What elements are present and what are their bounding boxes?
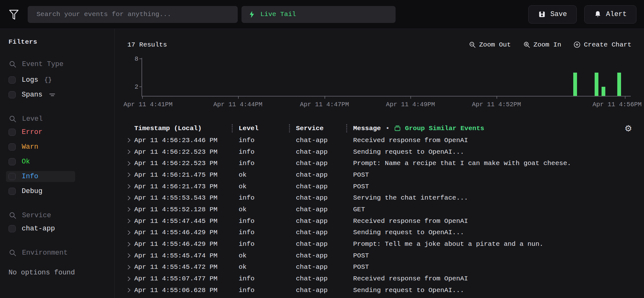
environment-filter-search[interactable]: Environment (8, 249, 108, 257)
log-row[interactable]: Apr 11 4:55:47.445 PM info chat-app Rece… (115, 215, 644, 227)
expand-chevron-icon[interactable] (115, 252, 134, 259)
log-row[interactable]: Apr 11 4:56:23.446 PM info chat-app Rece… (115, 135, 644, 146)
level-placeholder: Level (22, 115, 43, 123)
chart-bar[interactable] (595, 73, 598, 96)
log-row[interactable]: Apr 11 4:55:46.429 PM info chat-app Send… (115, 227, 644, 239)
checkbox[interactable] (8, 143, 16, 151)
search-input[interactable] (36, 10, 230, 18)
log-row[interactable]: Apr 11 4:56:22.523 PM info chat-app Prom… (115, 157, 644, 169)
expand-chevron-icon[interactable] (115, 218, 134, 224)
log-row[interactable]: Apr 11 4:55:06.628 PM info chat-app Send… (115, 284, 644, 296)
filter-option-label: chat-app (22, 225, 55, 233)
search-bar[interactable] (28, 6, 238, 23)
table-settings-button[interactable]: ⚙ (624, 124, 644, 133)
log-row[interactable]: Apr 11 4:55:07.477 PM info chat-app Rece… (115, 273, 644, 284)
service-filter-search[interactable]: Service (8, 211, 108, 219)
log-row[interactable]: Apr 11 4:55:46.429 PM info chat-app Prom… (115, 238, 644, 250)
x-axis-tick-label: Apr 11 4:49PM (386, 101, 435, 108)
expand-chevron-icon[interactable] (115, 264, 134, 271)
filter-option-row[interactable]: Debug (6, 186, 75, 197)
level-filter-search[interactable]: Level (8, 115, 108, 123)
chart-bar[interactable] (573, 73, 577, 96)
expand-chevron-icon[interactable] (115, 287, 134, 294)
checkbox[interactable] (8, 188, 16, 195)
log-message: Serving the chat interface... (346, 194, 624, 201)
zoom-out-icon (469, 41, 476, 48)
column-header-service[interactable]: Service (289, 122, 346, 135)
expand-chevron-icon[interactable] (115, 229, 134, 236)
log-row[interactable]: Apr 11 4:56:22.523 PM info chat-app Send… (115, 146, 644, 158)
spans-lines-icon (48, 91, 56, 99)
column-header-timestamp[interactable]: Timestamp (Local) (134, 122, 232, 135)
log-row[interactable]: Apr 11 4:55:52.128 PM ok chat-app GET (115, 204, 644, 215)
expand-chevron-icon[interactable] (115, 160, 134, 167)
create-chart-label: Create Chart (584, 41, 631, 48)
log-row[interactable]: Apr 11 4:55:53.543 PM info chat-app Serv… (115, 192, 644, 204)
event-type-placeholder: Event Type (22, 60, 64, 68)
search-icon (8, 211, 17, 219)
filter-option-label: Debug (22, 187, 42, 195)
filter-option-spans[interactable]: Spans (6, 89, 75, 100)
zoom-out-button[interactable]: Zoom Out (469, 41, 511, 48)
expand-chevron-icon[interactable] (115, 148, 134, 155)
log-message: POST (346, 263, 624, 271)
checkbox[interactable] (8, 225, 16, 232)
log-row[interactable]: Apr 11 4:55:45.474 PM ok chat-app POST (115, 250, 644, 262)
alert-button[interactable]: Alert (584, 5, 636, 24)
expand-chevron-icon[interactable] (115, 241, 134, 248)
checkbox[interactable] (8, 158, 16, 165)
filter-option-row[interactable]: Ok (6, 156, 75, 167)
expand-chevron-icon[interactable] (115, 275, 134, 282)
log-timestamp: Apr 11 4:55:47.445 PM (134, 218, 232, 225)
log-row[interactable]: Apr 11 4:56:21.473 PM ok chat-app POST (115, 181, 644, 192)
x-axis-tick-mark (325, 96, 325, 99)
live-tail-label: Live Tail (260, 11, 296, 18)
filter-option-logs[interactable]: Logs {} (6, 74, 75, 86)
chart-actions: Zoom Out Zoom In (469, 41, 631, 48)
checkbox[interactable] (8, 76, 16, 84)
column-header-level[interactable]: Level (232, 122, 289, 135)
zoom-in-button[interactable]: Zoom In (523, 41, 561, 48)
search-icon (8, 60, 17, 68)
event-type-filter-search[interactable]: Event Type (8, 60, 108, 68)
filter-option-row[interactable]: Warn (6, 141, 75, 152)
gear-icon: ⚙ (625, 124, 632, 133)
table-rows: Apr 11 4:56:23.446 PM info chat-app Rece… (115, 135, 644, 298)
group-stack-icon (394, 124, 401, 132)
group-similar-events-button[interactable]: Group Similar Events (394, 124, 484, 132)
filter-option-row[interactable]: Error (6, 127, 75, 138)
filters-sidebar: Filters Event Type Logs {} Spans (0, 29, 115, 298)
live-tail-button[interactable]: Live Tail (242, 6, 396, 23)
log-timestamp: Apr 11 4:55:46.429 PM (134, 240, 232, 248)
chart-bar[interactable] (602, 87, 605, 96)
service-placeholder: Service (22, 212, 51, 219)
x-axis-tick-label: Apr 11 4:47PM (300, 101, 349, 108)
expand-chevron-icon[interactable] (115, 171, 134, 178)
expand-chevron-icon[interactable] (115, 137, 134, 144)
expand-chevron-icon[interactable] (115, 206, 134, 213)
expand-chevron-icon[interactable] (115, 183, 134, 190)
column-header-message: Message • Group Similar Events (346, 122, 624, 135)
log-timestamp: Apr 11 4:55:07.477 PM (134, 275, 232, 282)
log-service: chat-app (289, 218, 346, 225)
histogram-plot-area[interactable]: 82Apr 11 4:41PMApr 11 4:44PMApr 11 4:47P… (142, 58, 631, 97)
filter-option-row[interactable]: chat-app (6, 223, 75, 234)
message-header-label[interactable]: Message (353, 125, 381, 132)
log-level: info (232, 137, 289, 144)
filter-funnel-icon[interactable] (8, 8, 20, 21)
checkbox[interactable] (8, 173, 16, 180)
log-row[interactable]: Apr 11 4:55:45.472 PM ok chat-app POST (115, 262, 644, 273)
log-level: ok (232, 252, 289, 259)
checkbox[interactable] (8, 129, 16, 136)
filter-option-row[interactable]: Info (6, 171, 75, 182)
log-timestamp: Apr 11 4:55:45.474 PM (134, 252, 232, 259)
log-service: chat-app (289, 263, 346, 271)
save-button[interactable]: Save (528, 5, 577, 24)
chart-bar[interactable] (617, 73, 621, 96)
events-histogram[interactable]: 82Apr 11 4:41PMApr 11 4:44PMApr 11 4:47P… (142, 58, 631, 108)
checkbox[interactable] (8, 91, 16, 98)
circle-plus-icon (573, 41, 581, 48)
create-chart-button[interactable]: Create Chart (573, 41, 631, 48)
log-row[interactable]: Apr 11 4:56:21.475 PM ok chat-app POST (115, 169, 644, 181)
expand-chevron-icon[interactable] (115, 195, 134, 201)
